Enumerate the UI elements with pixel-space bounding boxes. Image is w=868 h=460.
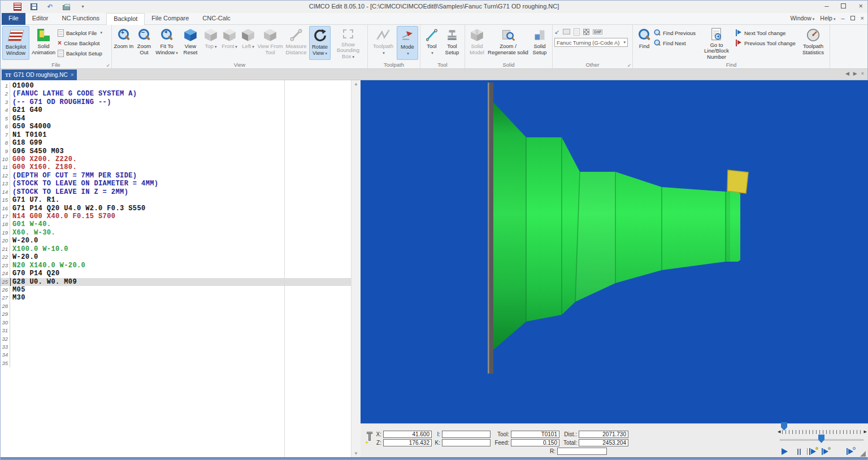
solid-setup-button[interactable]: Solid Setup bbox=[529, 26, 550, 60]
tab-editor[interactable]: Editor bbox=[25, 13, 55, 25]
code-line[interactable]: 12(DEPTH OF CUT = 7MM PER SIDE) bbox=[1, 172, 351, 180]
view-front-button[interactable]: Front▾ bbox=[220, 26, 239, 60]
window-menu[interactable]: Window▾ bbox=[790, 15, 814, 21]
find-next-button[interactable]: Find Next bbox=[654, 38, 698, 48]
tab-list-close-button[interactable]: × bbox=[861, 71, 864, 76]
tool-button[interactable]: Tool▾ bbox=[422, 26, 441, 60]
find-button[interactable]: Find bbox=[635, 26, 654, 60]
code-line[interactable]: 15G71 U7. R1. bbox=[1, 196, 351, 204]
tab-scroll-left-button[interactable]: ◀ bbox=[845, 71, 849, 76]
code-editor-pane[interactable]: 1O10002(FANUC LATHE G CODE SYSTEM A)3(--… bbox=[1, 80, 361, 457]
code-line[interactable]: 23N20 X140.0 W-20.0 bbox=[1, 262, 351, 270]
code-line[interactable]: 13(STOCK TO LEAVE ON DIAMETER = 4MM) bbox=[1, 180, 351, 188]
doc-restore-button[interactable] bbox=[850, 15, 855, 21]
editor-vertical-scrollbar[interactable]: ▲ ▼ bbox=[351, 80, 361, 457]
code-line[interactable]: 29 bbox=[1, 310, 351, 318]
find-previous-button[interactable]: Find Previous bbox=[654, 28, 698, 38]
code-line[interactable]: 9G96 S450 M03 bbox=[1, 147, 351, 155]
code-line[interactable]: 21X100.0 W-10.0 bbox=[1, 245, 351, 253]
code-line[interactable]: 25G28 U0. W0. M09 bbox=[1, 278, 351, 286]
show-bounding-box-button[interactable]: Show Bounding Box▾ bbox=[331, 26, 366, 60]
r-value-field[interactable] bbox=[557, 448, 607, 455]
backplot-file-button[interactable]: Backplot File ▾ bbox=[58, 28, 110, 38]
backplot-setup-button[interactable]: Backplot Setup bbox=[58, 48, 110, 58]
code-line[interactable]: 20W-20.0 bbox=[1, 237, 351, 245]
code-line[interactable]: 19X60. W-30. bbox=[1, 229, 351, 237]
tool-setup-button[interactable]: Tool Setup bbox=[441, 26, 463, 60]
rotate-view-button[interactable]: Rotate View▾ bbox=[309, 26, 331, 60]
scroll-up-icon[interactable]: ▲ bbox=[354, 81, 358, 86]
speed-slider-handle[interactable] bbox=[818, 435, 824, 443]
tab-scroll-right-button[interactable]: ▶ bbox=[853, 71, 857, 76]
code-line[interactable]: 27M30 bbox=[1, 294, 351, 302]
code-line[interactable]: 7N1 T0101 bbox=[1, 131, 351, 139]
code-line[interactable]: 17N14 G00 X40.0 F0.15 S700 bbox=[1, 212, 351, 220]
resolution-grid-icon[interactable] bbox=[583, 29, 589, 35]
toolpath-statistics-button[interactable]: Toolpath Statistics bbox=[798, 26, 828, 60]
backplot-window-button[interactable]: Backplot Window bbox=[2, 26, 29, 60]
help-menu[interactable]: Help▾ bbox=[820, 15, 835, 21]
code-area[interactable]: 1O10002(FANUC LATHE G CODE SYSTEM A)3(--… bbox=[1, 82, 351, 367]
backplot-3d-view[interactable] bbox=[361, 80, 868, 423]
copy-image-icon[interactable] bbox=[574, 28, 580, 36]
dialog-launcher-icon[interactable]: ↙ bbox=[106, 63, 110, 68]
play-button[interactable] bbox=[780, 448, 789, 455]
code-line[interactable]: 3(-- G71 OD ROUGHING --) bbox=[1, 98, 351, 106]
dxf-export-icon[interactable]: DXF bbox=[593, 29, 602, 34]
code-line[interactable]: 30 bbox=[1, 319, 351, 327]
z-value-field[interactable]: 176.432 bbox=[383, 439, 432, 446]
tab-file-compare[interactable]: File Compare bbox=[145, 13, 196, 25]
goto-line-button[interactable]: Go to Line/Block Number bbox=[698, 26, 735, 60]
code-line[interactable]: 4G21 G40 bbox=[1, 106, 351, 114]
code-line[interactable]: 1O1000 bbox=[1, 82, 351, 90]
dialog-launcher-icon[interactable]: ↙ bbox=[627, 63, 631, 68]
code-line[interactable]: 6G50 S4000 bbox=[1, 123, 351, 131]
pause-button[interactable] bbox=[795, 448, 804, 455]
document-tab[interactable]: TT G71 OD roughing.NC × bbox=[2, 70, 77, 80]
view-from-tool-button[interactable]: View From Tool bbox=[257, 26, 283, 60]
toolpath-mode-button[interactable]: Mode▾ bbox=[397, 26, 418, 60]
solid-animation-button[interactable]: Solid Animation bbox=[29, 26, 58, 60]
fit-to-window-button[interactable]: ◄ Fit To Window▾ bbox=[154, 26, 179, 60]
minimize-button[interactable]: – bbox=[824, 2, 828, 10]
resize-grip[interactable] bbox=[860, 451, 866, 457]
slider-right-icon[interactable]: ▶ bbox=[864, 429, 867, 434]
solid-model-button[interactable]: Solid Model bbox=[467, 26, 487, 60]
code-line[interactable]: 14(STOCK TO LEAVE IN Z = 2MM) bbox=[1, 188, 351, 196]
code-line[interactable]: 32 bbox=[1, 335, 351, 343]
code-line[interactable]: 34 bbox=[1, 351, 351, 359]
previous-tool-change-button[interactable]: Previous Tool change bbox=[735, 38, 798, 48]
code-line[interactable]: 2(FANUC LATHE G CODE SYSTEM A) bbox=[1, 90, 351, 98]
close-backplot-button[interactable]: × Close Backplot bbox=[58, 38, 110, 48]
feed-value-field[interactable]: 0.150 bbox=[511, 439, 559, 446]
code-line[interactable]: 35 bbox=[1, 359, 351, 367]
doc-minimize-button[interactable]: – bbox=[841, 15, 844, 21]
step-to-next-move-button[interactable] bbox=[822, 448, 831, 455]
code-line[interactable]: 5G54 bbox=[1, 115, 351, 123]
measure-distance-button[interactable]: Measure Distance bbox=[283, 26, 309, 60]
code-line[interactable]: 26M05 bbox=[1, 286, 351, 294]
code-line[interactable]: 11G00 X160. Z180. bbox=[1, 163, 351, 171]
code-line[interactable]: 16G71 P14 Q20 U4.0 W2.0 F0.3 S550 bbox=[1, 205, 351, 212]
code-line[interactable]: 10G00 X200. Z220. bbox=[1, 155, 351, 163]
code-line[interactable]: 18G01 W-40. bbox=[1, 220, 351, 228]
code-line[interactable]: 33 bbox=[1, 343, 351, 351]
view-reset-button[interactable]: View Reset bbox=[179, 26, 202, 60]
tab-file[interactable]: File bbox=[2, 13, 25, 25]
next-tool-change-button[interactable]: Next Tool change bbox=[735, 28, 798, 38]
zoom-out-button[interactable]: − Zoom Out bbox=[134, 26, 154, 60]
export-view-icon[interactable]: ↙ bbox=[554, 28, 559, 36]
machine-type-select[interactable]: Fanuc Turning (G-Code A) ▾ bbox=[554, 38, 628, 47]
progress-tick-track[interactable] bbox=[782, 430, 861, 434]
dist-value-field[interactable]: 2071.730 bbox=[579, 431, 628, 438]
progress-slider-handle[interactable] bbox=[781, 422, 787, 431]
zoom-regenerate-solid-button[interactable]: Zoom / Regenerate solid bbox=[487, 26, 529, 60]
total-value-field[interactable]: 2453.204 bbox=[579, 439, 628, 446]
close-button[interactable]: × bbox=[858, 2, 863, 10]
tab-cnc-calc[interactable]: CNC-Calc bbox=[196, 13, 237, 25]
tool-value-field[interactable]: T0101 bbox=[511, 431, 559, 438]
document-tab-close-icon[interactable]: × bbox=[71, 72, 74, 78]
doc-close-button[interactable]: × bbox=[861, 15, 864, 21]
code-line[interactable]: 24G70 P14 Q20 bbox=[1, 270, 351, 277]
code-line[interactable]: 8G18 G99 bbox=[1, 139, 351, 147]
